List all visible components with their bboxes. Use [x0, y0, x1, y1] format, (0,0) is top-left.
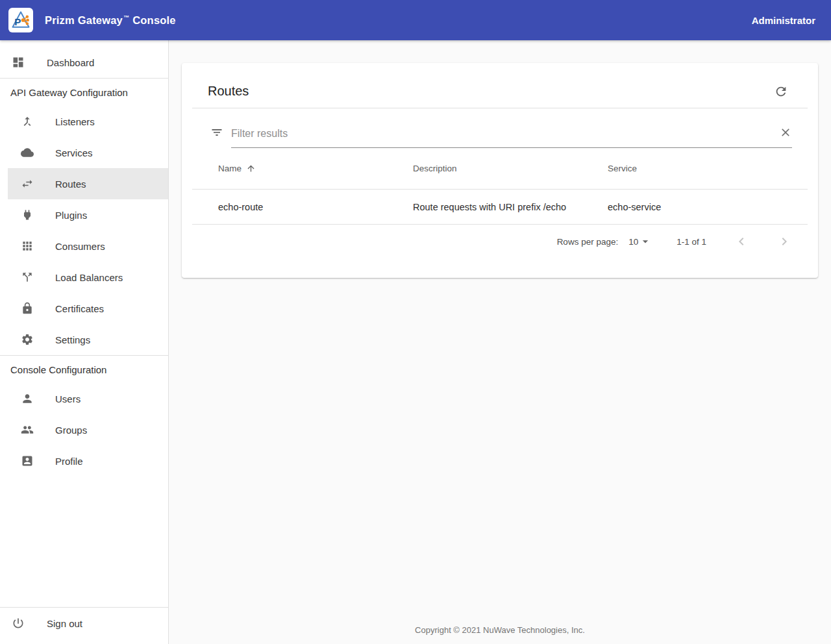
cell-description: Route requests with URI prefix /echo — [413, 202, 608, 212]
chevron-right-icon — [776, 234, 792, 249]
user-menu[interactable]: Administrator — [752, 15, 815, 26]
sidebar-item-listeners[interactable]: Listeners — [0, 106, 168, 137]
column-header-description[interactable]: Description — [413, 164, 608, 173]
sidebar-item-plugins[interactable]: Plugins — [0, 199, 168, 230]
close-icon — [779, 126, 792, 139]
copyright-footer: Copyright © 2021 NuWave Technologies, In… — [415, 625, 585, 644]
refresh-icon — [774, 84, 788, 99]
people-icon — [21, 423, 34, 436]
previous-page-button[interactable] — [734, 234, 749, 249]
sidebar-item-users[interactable]: Users — [0, 383, 168, 414]
contact-card-icon — [21, 454, 34, 467]
sidebar-item-groups[interactable]: Groups — [0, 414, 168, 445]
page-title: Routes — [208, 84, 249, 99]
cell-name: echo-route — [218, 202, 413, 212]
app-header: P Prizm Gateway™Console Administrator — [0, 0, 831, 40]
chevron-left-icon — [734, 234, 749, 249]
rows-per-page-label: Rows per page: — [557, 237, 619, 247]
refresh-button[interactable] — [774, 84, 788, 99]
swap-horizontal-icon — [21, 177, 34, 190]
svg-text:P: P — [14, 16, 21, 27]
gear-icon — [21, 333, 34, 346]
sidebar-item-dashboard[interactable]: Dashboard — [0, 47, 168, 78]
person-icon — [21, 392, 34, 405]
call-merge-icon — [21, 115, 34, 128]
cloud-icon — [21, 146, 34, 159]
section-console-configuration: Console Configuration — [0, 356, 168, 383]
pagination: Rows per page: 10 1-1 of 1 — [192, 225, 808, 258]
filter-input[interactable] — [231, 128, 779, 140]
pagination-range: 1-1 of 1 — [676, 237, 706, 247]
lock-icon — [21, 302, 34, 315]
column-header-name[interactable]: Name — [218, 164, 413, 173]
main-content: Routes Name — [169, 40, 831, 644]
sidebar-item-certificates[interactable]: Certificates — [0, 293, 168, 324]
clear-filter-button[interactable] — [779, 126, 792, 142]
sidebar: Dashboard API Gateway Configuration List… — [0, 40, 169, 644]
cell-service: echo-service — [608, 202, 808, 212]
section-api-gateway-configuration: API Gateway Configuration — [0, 79, 168, 106]
dropdown-caret-icon — [639, 235, 652, 248]
routes-table: Name Description Service echo-route Rout… — [192, 148, 808, 258]
next-page-button[interactable] — [776, 234, 792, 249]
call-split-icon — [21, 271, 34, 284]
sidebar-item-load-balancers[interactable]: Load Balancers — [0, 262, 168, 293]
sidebar-item-services[interactable]: Services — [0, 137, 168, 168]
column-header-service[interactable]: Service — [608, 164, 808, 173]
app-title: Prizm Gateway™Console — [45, 14, 176, 27]
dashboard-icon — [12, 56, 25, 69]
routes-card: Routes Name — [182, 63, 818, 278]
power-icon — [12, 617, 25, 630]
table-header-row: Name Description Service — [192, 148, 808, 190]
prizm-logo-icon: P — [8, 8, 33, 32]
rows-per-page-select[interactable]: 10 — [628, 235, 652, 248]
power-plug-icon — [21, 208, 34, 221]
sidebar-item-profile[interactable]: Profile — [0, 445, 168, 477]
sort-ascending-icon — [246, 164, 256, 173]
sidebar-item-routes[interactable]: Routes — [8, 168, 168, 199]
apps-grid-icon — [21, 240, 34, 253]
sidebar-item-consumers[interactable]: Consumers — [0, 230, 168, 262]
table-row[interactable]: echo-route Route requests with URI prefi… — [192, 190, 808, 225]
sidebar-item-settings[interactable]: Settings — [0, 324, 168, 355]
sign-out-button[interactable]: Sign out — [0, 608, 168, 639]
filter-icon — [210, 126, 223, 139]
